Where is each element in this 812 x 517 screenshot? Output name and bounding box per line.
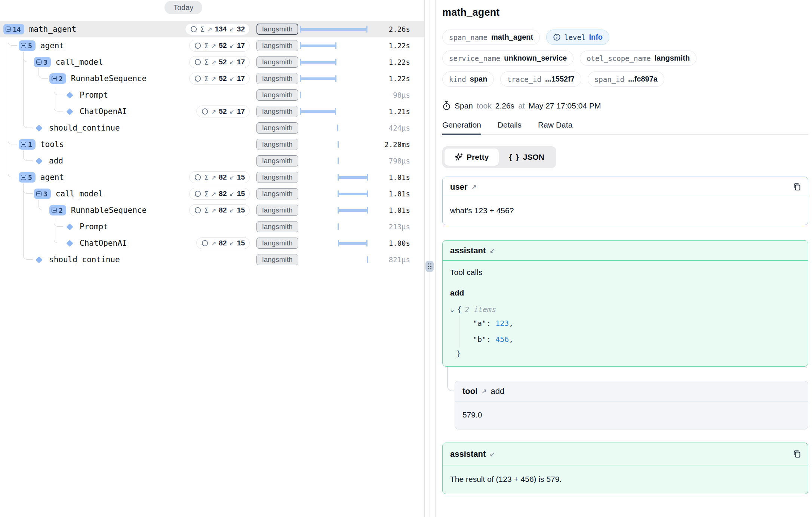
token-count-badge: Σ↗52↙17: [189, 56, 250, 68]
collapse-badge[interactable]: 1: [19, 139, 36, 150]
span-name-label: RunnableSequence: [71, 74, 147, 83]
panel-divider: [424, 0, 436, 517]
copy-button[interactable]: [792, 449, 802, 459]
tool-call-connector: [447, 367, 454, 391]
arrow-up-right-icon: ↗: [211, 240, 216, 247]
collapse-badge[interactable]: 5: [19, 40, 36, 51]
duration-label: 1.22s: [389, 70, 410, 87]
langsmith-tag[interactable]: langsmith: [256, 106, 298, 117]
leaf-diamond-icon: [36, 125, 42, 131]
collapse-icon: [36, 191, 41, 196]
json-entries: "a": 123, "b": 456,: [459, 315, 800, 348]
span-name-label: Prompt: [80, 222, 108, 231]
langsmith-tag[interactable]: langsmith: [256, 139, 298, 150]
span-name-label: RunnableSequence: [71, 206, 147, 215]
langsmith-tag[interactable]: langsmith: [256, 89, 298, 101]
langsmith-tag[interactable]: langsmith: [256, 122, 298, 134]
tree-row[interactable]: ChatOpenAI↗82↙15langsmith1.00s: [0, 235, 424, 251]
langsmith-tag[interactable]: langsmith: [256, 238, 298, 249]
service-name-pill: service_name unknown_service: [442, 51, 573, 66]
page-title: math_agent: [442, 7, 808, 18]
json-entry: "a": 123,: [473, 315, 800, 331]
span-detail-panel: math_agent span_name math_agent level In…: [436, 0, 812, 517]
sigma-icon: Σ: [204, 190, 209, 198]
assistant-toolcall-header: assistant ↙: [443, 241, 808, 261]
tree-row[interactable]: should_continuelangsmith821µs: [0, 251, 424, 268]
copy-button[interactable]: [792, 182, 802, 192]
collapse-badge[interactable]: 14: [3, 24, 24, 34]
span-name-label: tools: [40, 140, 64, 149]
arrow-up-right-icon: ↗: [211, 108, 216, 115]
tree-row[interactable]: 3call_modelΣ↗82↙15langsmith1.01s: [0, 186, 424, 202]
assistant-toolcall-card: assistant ↙ Tool calls add ⌄ { 2 items "…: [442, 240, 808, 367]
collapse-badge[interactable]: 3: [34, 189, 51, 199]
today-badge[interactable]: Today: [164, 1, 202, 14]
tree-row[interactable]: 5agentΣ↗82↙15langsmith1.01s: [0, 169, 424, 186]
tab-generation[interactable]: Generation: [442, 120, 481, 134]
tool-message-content: 579.0: [455, 401, 808, 429]
span-name-label: agent: [40, 173, 64, 182]
tree-row[interactable]: 1toolslangsmith2.20ms: [0, 136, 424, 153]
stopwatch-icon: [442, 101, 451, 110]
trace-id-pill: trace_id ...1552f7: [500, 71, 581, 87]
tab-raw-data[interactable]: Raw Data: [538, 120, 572, 134]
leaf-diamond-icon: [66, 240, 73, 247]
tree-row[interactable]: should_continuelangsmith424µs: [0, 120, 424, 136]
langsmith-tag[interactable]: langsmith: [256, 188, 298, 199]
tree-row[interactable]: Promptlangsmith213µs: [0, 218, 424, 235]
tab-details[interactable]: Details: [498, 120, 522, 134]
sigma-icon: Σ: [204, 42, 209, 50]
copy-icon: [792, 182, 802, 192]
tree-row[interactable]: 5agentΣ↗52↙17langsmith1.22s: [0, 37, 424, 54]
chevron-down-icon[interactable]: ⌄: [450, 306, 454, 313]
langsmith-tag[interactable]: langsmith: [256, 155, 298, 166]
langsmith-trace-view: Today 14math_agentΣ↗134↙32langsmith2.26s…: [0, 0, 812, 517]
duration-tick: [337, 125, 338, 131]
collapse-icon: [52, 208, 57, 213]
collapse-badge[interactable]: 3: [34, 57, 51, 67]
pretty-toggle-button[interactable]: Pretty: [445, 149, 499, 166]
token-count-badge: Σ↗82↙15: [189, 171, 250, 183]
langsmith-tag[interactable]: langsmith: [256, 73, 298, 84]
collapse-badge[interactable]: 2: [49, 73, 66, 84]
tool-message-header: tool ↗ add: [455, 381, 808, 401]
tree-row[interactable]: Promptlangsmith98µs: [0, 87, 424, 103]
langsmith-tag[interactable]: langsmith: [256, 254, 298, 265]
token-count-badge: ↗52↙17: [196, 105, 250, 117]
token-coin-icon: [194, 58, 202, 66]
tree-row[interactable]: 2RunnableSequenceΣ↗82↙15langsmith1.01s: [0, 202, 424, 218]
duration-tick: [300, 92, 301, 98]
json-toggle-button[interactable]: { } JSON: [499, 149, 554, 166]
collapse-badge[interactable]: 2: [49, 205, 66, 215]
langsmith-tag[interactable]: langsmith: [256, 56, 298, 68]
langsmith-tag[interactable]: langsmith: [256, 221, 298, 232]
langsmith-tag[interactable]: langsmith: [256, 205, 298, 216]
tree-row[interactable]: addlangsmith798µs: [0, 153, 424, 169]
assistant-final-header: assistant ↙: [443, 443, 808, 465]
langsmith-tag[interactable]: langsmith: [256, 40, 298, 51]
duration-bar: [300, 59, 336, 65]
token-count-badge: Σ↗134↙32: [185, 23, 250, 35]
arrow-up-right-icon: ↗: [481, 387, 487, 395]
token-coin-icon: [201, 108, 209, 115]
duration-label: 1.01s: [389, 202, 410, 218]
arrow-down-left-icon: ↙: [489, 247, 495, 255]
tree-row[interactable]: 3call_modelΣ↗52↙17langsmith1.22s: [0, 54, 424, 70]
detail-tabs: Generation Details Raw Data: [442, 120, 808, 135]
panel-resize-handle-icon[interactable]: [425, 261, 434, 272]
collapse-icon: [52, 76, 57, 81]
langsmith-tag[interactable]: langsmith: [256, 172, 298, 183]
collapse-badge[interactable]: 5: [19, 172, 36, 183]
langsmith-tag[interactable]: langsmith: [256, 24, 298, 35]
collapse-icon: [21, 175, 26, 180]
tool-calls-label: Tool calls: [450, 267, 800, 277]
trace-tree: 14math_agentΣ↗134↙32langsmith2.26s5agent…: [0, 21, 424, 517]
tree-row[interactable]: 2RunnableSequenceΣ↗52↙17langsmith1.22s: [0, 70, 424, 87]
arrow-up-right-icon: ↗: [211, 174, 216, 181]
info-icon: [553, 33, 561, 41]
tree-row[interactable]: 14math_agentΣ↗134↙32langsmith2.26s: [0, 21, 424, 37]
duration-tick: [338, 141, 339, 148]
tree-row[interactable]: ChatOpenAI↗52↙17langsmith1.21s: [0, 103, 424, 120]
span-name-label: call_model: [56, 58, 103, 67]
duration-bar: [338, 190, 368, 197]
